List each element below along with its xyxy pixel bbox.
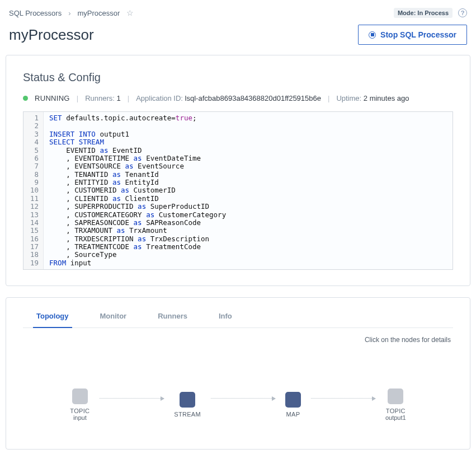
- breadcrumb: SQL Processors › myProcessor ☆: [9, 8, 134, 17]
- status-config-card: Status & Config RUNNING | Runners: 1 | A…: [6, 55, 470, 286]
- tab-info[interactable]: Info: [215, 306, 235, 328]
- favorite-star-icon[interactable]: ☆: [126, 8, 134, 17]
- topbar: SQL Processors › myProcessor ☆ Mode: In …: [6, 6, 470, 25]
- topology-hint: Click on the nodes for details: [23, 328, 453, 344]
- node-box-icon: [180, 392, 195, 408]
- appid-label: Application ID:: [136, 94, 183, 102]
- node-box-icon: [285, 392, 301, 408]
- topology-node-stream[interactable]: STREAM: [174, 392, 201, 418]
- topology-node-input[interactable]: TOPICinput: [70, 389, 89, 421]
- node-subtitle: output1: [385, 414, 406, 421]
- breadcrumb-root[interactable]: SQL Processors: [9, 9, 62, 17]
- tab-runners[interactable]: Runners: [154, 306, 191, 328]
- appid-value: lsql-afcbab8693a84368820d01ff25915b6e: [185, 94, 321, 102]
- node-title: TOPIC: [70, 408, 89, 414]
- node-box-icon: [72, 389, 88, 404]
- uptime-value: 2 minutes ago: [364, 94, 409, 102]
- stop-icon: [369, 31, 376, 39]
- tab-topology[interactable]: Topology: [33, 306, 72, 328]
- page-title: myProcessor: [9, 26, 94, 44]
- topology-node-output1[interactable]: TOPICoutput1: [385, 389, 406, 421]
- topology-graph: TOPICinputSTREAMMAPTOPICoutput1: [23, 344, 453, 432]
- arrow-icon: [100, 398, 164, 399]
- detail-card: TopologyMonitorRunnersInfo Click on the …: [6, 297, 470, 450]
- topbar-right: Mode: In Process ?: [394, 8, 467, 18]
- uptime-label: Uptime:: [336, 94, 361, 102]
- tabs: TopologyMonitorRunnersInfo: [23, 306, 453, 328]
- status-config-heading: Status & Config: [23, 71, 453, 84]
- help-icon[interactable]: ?: [458, 8, 467, 17]
- sql-editor[interactable]: 12345678910111213141516171819 SET defaul…: [23, 111, 453, 270]
- status-line: RUNNING | Runners: 1 | Application ID: l…: [23, 94, 453, 102]
- runners-value: 1: [117, 94, 121, 102]
- arrow-icon: [311, 398, 375, 399]
- node-box-icon: [388, 389, 403, 404]
- stop-sql-processor-button[interactable]: Stop SQL Processor: [358, 25, 467, 45]
- editor-gutter: 12345678910111213141516171819: [23, 112, 44, 269]
- mode-badge: Mode: In Process: [394, 8, 453, 18]
- chevron-right-icon: ›: [68, 9, 70, 17]
- editor-code[interactable]: SET defaults.topic.autocreate=true;​INSE…: [44, 112, 232, 269]
- node-subtitle: input: [73, 414, 87, 421]
- title-row: myProcessor Stop SQL Processor: [6, 25, 470, 55]
- status-indicator-dot: [23, 96, 28, 101]
- stop-button-label: Stop SQL Processor: [380, 30, 456, 39]
- status-state: RUNNING: [35, 94, 70, 102]
- runners-label: Runners:: [85, 94, 115, 102]
- topology-node-map[interactable]: MAP: [285, 392, 301, 418]
- node-title: STREAM: [174, 411, 201, 418]
- breadcrumb-current: myProcessor: [78, 9, 120, 17]
- arrow-icon: [211, 398, 275, 399]
- node-title: TOPIC: [386, 408, 406, 414]
- tab-monitor[interactable]: Monitor: [97, 306, 130, 328]
- node-title: MAP: [286, 411, 300, 418]
